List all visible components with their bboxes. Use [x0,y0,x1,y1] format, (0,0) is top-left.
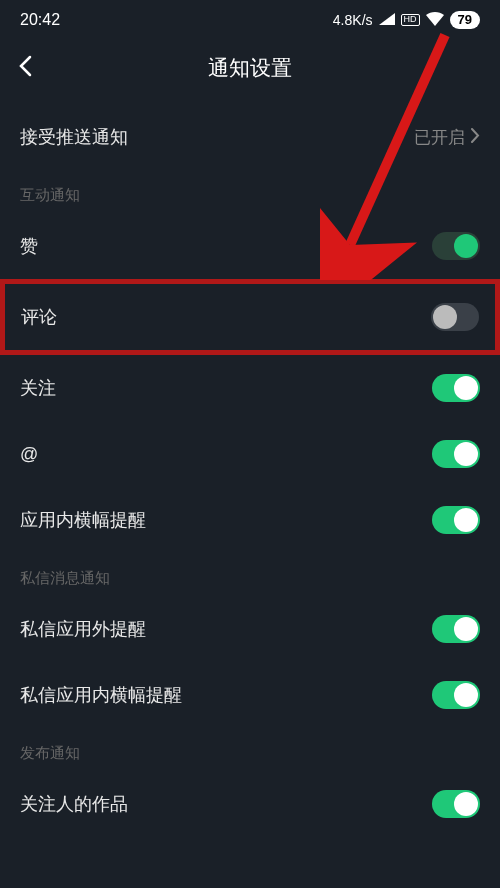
battery-level: 79 [450,11,480,29]
push-label: 接受推送通知 [20,125,128,149]
row-followed-works: 关注人的作品 [0,771,500,837]
signal-icon [379,12,395,28]
label-inapp-banner: 应用内横幅提醒 [20,508,146,532]
row-inapp-banner: 应用内横幅提醒 [0,487,500,553]
section-header-dm: 私信消息通知 [0,553,500,596]
label-like: 赞 [20,234,38,258]
row-comment: 评论 [5,284,495,350]
hd-badge: HD [401,14,420,26]
label-follow: 关注 [20,376,56,400]
wifi-icon [426,12,444,29]
label-followed-works: 关注人的作品 [20,792,128,816]
row-dm-banner: 私信应用内横幅提醒 [0,662,500,728]
status-right: 4.8K/s HD 79 [333,11,480,29]
page-title: 通知设置 [16,54,484,82]
status-time: 20:42 [20,11,60,29]
push-notification-row[interactable]: 接受推送通知 已开启 [0,104,500,170]
section-header-publish: 发布通知 [0,728,500,771]
network-speed: 4.8K/s [333,12,373,28]
toggle-inapp-banner[interactable] [432,506,480,534]
toggle-dm-external[interactable] [432,615,480,643]
toggle-follow[interactable] [432,374,480,402]
toggle-like[interactable] [432,232,480,260]
row-mention: @ [0,421,500,487]
highlight-comment: 评论 [0,279,500,355]
toggle-followed-works[interactable] [432,790,480,818]
section-header-interaction: 互动通知 [0,170,500,213]
chevron-right-icon [471,127,480,148]
back-button[interactable] [18,53,32,84]
toggle-mention[interactable] [432,440,480,468]
label-mention: @ [20,444,38,465]
row-dm-external: 私信应用外提醒 [0,596,500,662]
label-dm-banner: 私信应用内横幅提醒 [20,683,182,707]
row-follow: 关注 [0,355,500,421]
toggle-dm-banner[interactable] [432,681,480,709]
push-value: 已开启 [414,126,480,149]
label-dm-external: 私信应用外提醒 [20,617,146,641]
row-like: 赞 [0,213,500,279]
status-bar: 20:42 4.8K/s HD 79 [0,0,500,40]
label-comment: 评论 [21,305,57,329]
header: 通知设置 [0,40,500,96]
content: 接受推送通知 已开启 互动通知 赞 评论 关注 @ 应用内横幅提醒 私信消息通知… [0,96,500,837]
toggle-comment[interactable] [431,303,479,331]
